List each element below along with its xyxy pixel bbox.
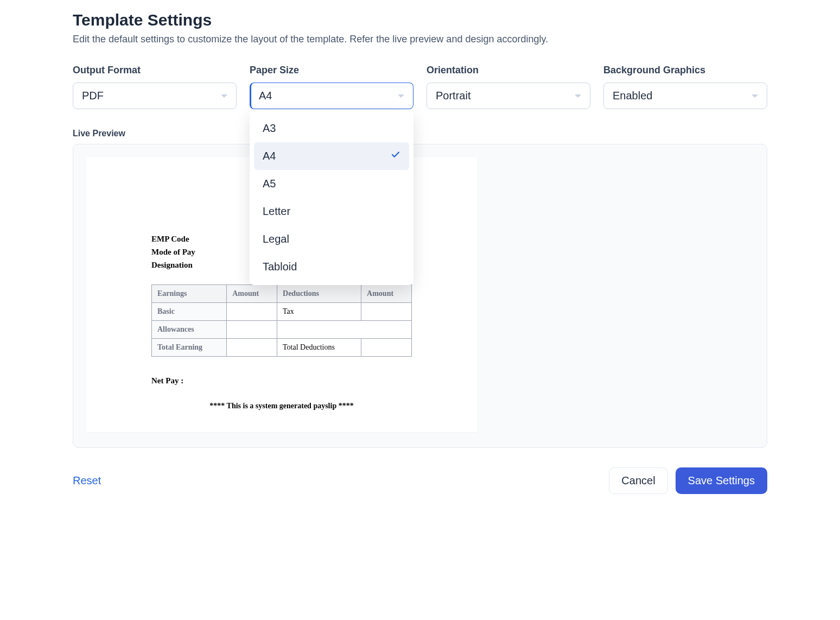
col-amount-2: Amount [361,285,412,303]
paper-size-option-tabloid[interactable]: Tabloid [254,253,409,281]
page-subtitle: Edit the default settings to customize t… [73,34,767,45]
paper-size-value: A4 [259,90,272,102]
cell: Allowances [152,321,227,339]
chevron-down-icon [221,94,227,98]
option-label: A4 [263,150,276,162]
option-label: Letter [263,205,290,218]
table-row: Total Earning Total Deductions [152,339,412,357]
preview-table: Earnings Amount Deductions Amount Basic … [151,284,412,357]
paper-size-option-a3[interactable]: A3 [254,115,409,142]
orientation-label: Orientation [427,65,590,76]
col-amount-1: Amount [227,285,277,303]
footer-actions: Reset Cancel Save Settings [73,467,767,494]
paper-size-option-legal[interactable]: Legal [254,225,409,253]
option-label: A5 [263,178,276,190]
option-label: Legal [263,233,289,245]
col-earnings: Earnings [152,285,227,303]
paper-size-option-letter[interactable]: Letter [254,198,409,225]
table-row: Basic Tax [152,303,412,321]
chevron-down-icon [752,94,758,98]
live-preview-label: Live Preview [73,129,767,138]
paper-size-option-a4[interactable]: A4 [254,142,409,170]
cell [227,321,277,339]
output-format-value: PDF [82,90,104,102]
net-pay-label: Net Pay : [151,376,412,385]
output-format-select[interactable]: PDF [73,83,237,109]
background-graphics-group: Background Graphics Enabled [603,65,767,109]
cell [227,339,277,357]
output-format-group: Output Format PDF [73,65,237,109]
preview-panel: Pa rk EMP Code Mode of Pay Designation E… [73,144,767,448]
table-row: Allowances [152,321,412,339]
cell: Basic [152,303,227,321]
orientation-value: Portrait [436,90,470,102]
orientation-group: Orientation Portrait [427,65,590,109]
cell: Total Earning [152,339,227,357]
cancel-button[interactable]: Cancel [609,467,667,494]
table-header-row: Earnings Amount Deductions Amount [152,285,412,303]
paper-size-select[interactable]: A4 [250,83,413,109]
background-graphics-value: Enabled [613,90,652,102]
cell: Tax [277,303,361,321]
chevron-down-icon [398,94,404,98]
preview-footnote: **** This is a system generated payslip … [151,402,412,410]
paper-size-dropdown: A3 A4 A5 Letter Legal Tab [250,110,413,285]
reset-button[interactable]: Reset [73,475,101,487]
check-icon [391,150,400,162]
option-label: Tabloid [263,261,297,273]
cell [361,339,412,357]
footer-buttons: Cancel Save Settings [609,467,767,494]
col-deductions: Deductions [277,285,361,303]
paper-size-option-a5[interactable]: A5 [254,170,409,198]
background-graphics-select[interactable]: Enabled [603,83,767,109]
orientation-select[interactable]: Portrait [427,83,590,109]
paper-size-group: Paper Size A4 A3 A4 A5 L [250,65,413,109]
cell [361,303,412,321]
page-title: Template Settings [73,11,767,29]
settings-form: Output Format PDF Paper Size A4 A3 A4 [73,65,767,109]
chevron-down-icon [575,94,581,98]
cell [277,321,412,339]
paper-size-label: Paper Size [250,65,413,76]
output-format-label: Output Format [73,65,237,76]
cell: Total Deductions [277,339,361,357]
save-settings-button[interactable]: Save Settings [676,467,767,494]
cell [227,303,277,321]
option-label: A3 [263,122,276,135]
background-graphics-label: Background Graphics [603,65,767,76]
